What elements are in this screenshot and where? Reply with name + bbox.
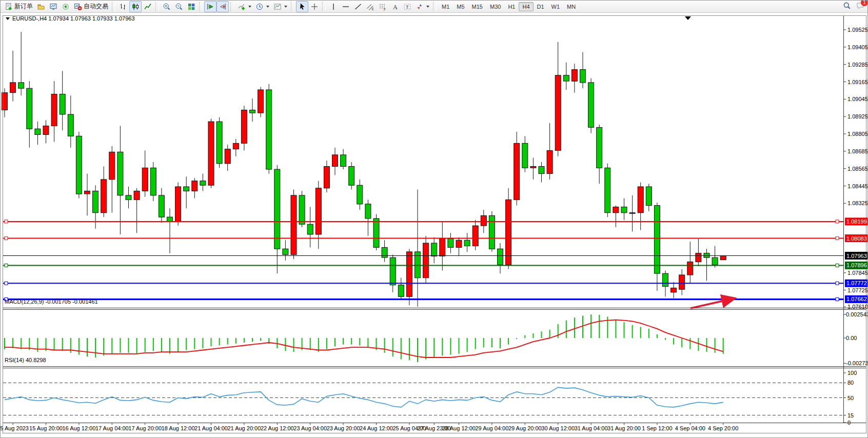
toolbar-separator <box>155 2 159 11</box>
autotrading-icon <box>74 3 82 11</box>
chart-plot-area[interactable] <box>3 15 866 433</box>
text-label-button[interactable]: T <box>401 1 413 12</box>
timeframe-h4-button[interactable]: H4 <box>519 2 533 11</box>
timeframe-m15-button[interactable]: M15 <box>468 2 486 11</box>
time-axis-label: 18 Aug 12:00 <box>162 425 195 431</box>
trendline-icon <box>354 3 362 11</box>
toolbar-separator <box>199 2 203 11</box>
toolbar-separator <box>291 2 294 11</box>
line-chart-button[interactable] <box>142 1 154 12</box>
svg-text:1.07963: 1.07963 <box>846 253 867 259</box>
svg-text:E: E <box>372 7 374 10</box>
chevron-down-icon[interactable] <box>248 6 251 8</box>
periods-button[interactable] <box>253 1 271 12</box>
chevron-down-icon[interactable] <box>426 6 429 8</box>
fibonacci-button[interactable]: F <box>377 1 389 12</box>
zoom-out-button[interactable] <box>173 1 185 12</box>
bar-chart-button[interactable] <box>117 1 129 12</box>
symbol-ohlc-label[interactable]: EURUSD-,H4 1.07934 1.07963 1.07933 1.079… <box>6 15 135 22</box>
crosshair-button[interactable] <box>308 1 321 12</box>
price-axis-label: 1.08805 <box>847 131 868 137</box>
chart-shift-button[interactable] <box>216 1 229 12</box>
trendline-button[interactable] <box>352 1 364 12</box>
timeframe-m30-button[interactable]: M30 <box>486 2 504 11</box>
zoom-in-button[interactable] <box>161 1 173 12</box>
line-handle[interactable] <box>836 220 839 223</box>
timeframe-h1-button[interactable]: H1 <box>504 2 519 11</box>
timeframe-m5-button[interactable]: M5 <box>453 2 468 11</box>
price-tag-1.07662: 1.07662 <box>845 295 868 303</box>
time-axis-label: 4 Sep 04:00 <box>675 425 705 431</box>
templates-button[interactable] <box>271 1 289 12</box>
arrows-button[interactable] <box>413 1 431 12</box>
macd-axis-label: 0.00 <box>846 335 857 341</box>
timeframe-m1-button[interactable]: M1 <box>438 2 453 11</box>
timeframe-w1-button[interactable]: W1 <box>548 2 564 11</box>
vertical-line-button[interactable] <box>327 1 340 12</box>
price-axis-label: 1.09405 <box>847 44 868 50</box>
price-tag-1.07772: 1.07772 <box>845 280 868 287</box>
tile-windows-button[interactable] <box>185 1 198 12</box>
time-axis-label: 29 Aug 20:00 <box>508 425 542 431</box>
line-handle[interactable] <box>5 220 8 223</box>
rsi-axis-label: 50 <box>847 395 854 401</box>
line-handle[interactable] <box>5 282 8 285</box>
time-axis-label: 31 Aug 04:00 <box>575 425 608 431</box>
price-axis-label: 1.08685 <box>847 148 868 154</box>
svg-text:1.07896: 1.07896 <box>846 262 867 268</box>
svg-text:1.07772: 1.07772 <box>846 280 867 286</box>
signals-icon <box>62 3 70 11</box>
line-handle[interactable] <box>836 297 839 301</box>
autotrading-button[interactable]: 自动交易 <box>72 1 110 12</box>
timeframe-d1-button[interactable]: D1 <box>534 2 548 11</box>
chat-button[interactable]: 1 <box>856 2 864 12</box>
cursor-button[interactable] <box>296 1 308 12</box>
svg-text:1.07662: 1.07662 <box>846 296 867 302</box>
profiles-button[interactable] <box>35 1 47 12</box>
line-handle[interactable] <box>836 282 839 285</box>
search-button[interactable] <box>843 2 851 12</box>
candle <box>588 78 594 133</box>
svg-text:1.08199: 1.08199 <box>846 218 867 225</box>
candle <box>423 236 429 284</box>
price-chart-svg: 1.095251.094051.092851.091651.090451.089… <box>1 13 868 438</box>
rsi-axis-label: 80 <box>847 380 854 386</box>
auto-scroll-icon <box>206 3 214 11</box>
time-axis-label: 28 Aug 12:00 <box>442 425 476 431</box>
crosshair-icon <box>310 3 319 11</box>
timeframe-mn-button[interactable]: MN <box>563 2 579 11</box>
zoom-out-icon <box>175 3 183 11</box>
text-button[interactable]: A <box>389 1 401 12</box>
horizontal-line-button[interactable] <box>340 1 352 12</box>
equidistant-channel-button[interactable]: E <box>364 1 377 12</box>
signals-button[interactable] <box>60 1 72 12</box>
line-handle[interactable] <box>5 237 8 240</box>
price-tag-1.08083: 1.08083 <box>845 234 868 242</box>
chevron-down-icon[interactable] <box>284 6 287 8</box>
price-axis-label: 1.09045 <box>847 96 868 102</box>
toolbar-separator <box>433 2 437 11</box>
candle <box>150 162 156 201</box>
candle <box>489 211 495 252</box>
new-order-button[interactable]: 新订单 <box>3 1 35 12</box>
price-tag-1.07963: 1.07963 <box>845 252 868 260</box>
auto-scroll-button[interactable] <box>204 1 216 12</box>
market-watch-button[interactable] <box>47 1 60 12</box>
line-handle[interactable] <box>5 264 8 267</box>
market-watch-icon <box>49 3 57 11</box>
toolbar-separator <box>322 2 326 11</box>
candle <box>291 190 297 259</box>
chevron-down-icon[interactable] <box>266 6 269 8</box>
price-axis-label: 1.09525 <box>847 27 868 33</box>
main-toolbar: 新订单自动交易EFATM1M5M15M30H1H4D1W1MN1 <box>1 1 868 13</box>
candle <box>720 256 726 260</box>
price-axis-label: 1.08925 <box>847 113 868 120</box>
line-handle[interactable] <box>836 237 839 240</box>
macd-axis-label: 0.002543 <box>846 311 868 317</box>
indicators-button[interactable] <box>235 1 253 12</box>
chart-collapse-icon[interactable] <box>6 17 10 20</box>
line-handle[interactable] <box>836 264 839 267</box>
tile-windows-icon <box>187 3 195 11</box>
candle <box>258 87 264 117</box>
candle-chart-button[interactable] <box>129 1 142 12</box>
